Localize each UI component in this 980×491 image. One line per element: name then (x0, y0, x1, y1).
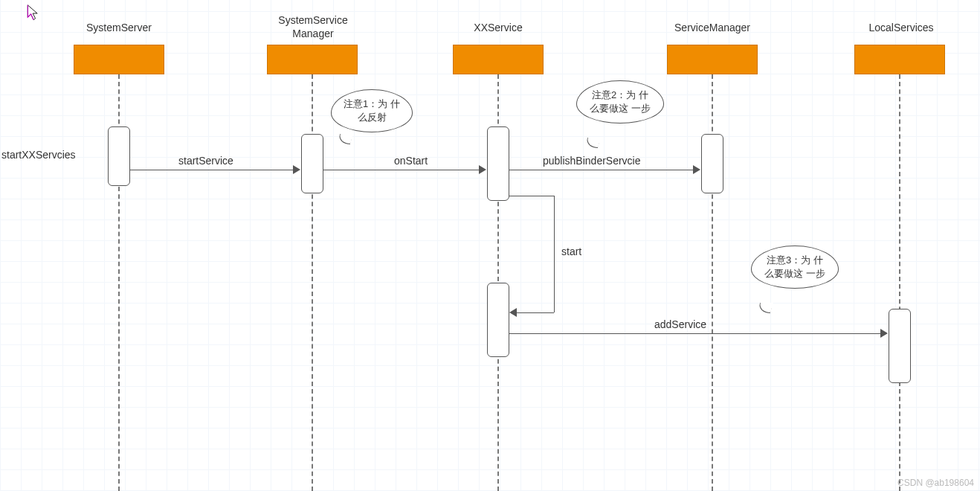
self-bottom (517, 312, 554, 313)
self-top (509, 196, 554, 196)
activation-ssm-1 (301, 134, 323, 193)
activation-xxservice-1 (487, 126, 509, 201)
arrow-line-m4 (509, 333, 883, 334)
cursor-icon (27, 4, 40, 22)
arrow-head-m3 (693, 165, 700, 174)
lane-head-localservices (854, 45, 945, 74)
lane-label-systemservicemanager: SystemService Manager (265, 13, 361, 40)
arrow-head-m1 (293, 165, 300, 174)
lane-head-servicemanager (667, 45, 758, 74)
lane-label-servicemanager: ServiceManager (668, 21, 757, 34)
lane-head-xxservice (453, 45, 544, 74)
msg-label-self: start (561, 246, 581, 257)
arrow-head-m2 (479, 165, 486, 174)
lifeline-localservices (899, 74, 900, 491)
msg-label-m2: onStart (394, 155, 428, 167)
note-tail-1 (337, 134, 353, 144)
note-tail-2 (584, 138, 601, 148)
watermark: CSDN @ab198604 (897, 478, 974, 488)
arrow-line-m2 (323, 170, 481, 170)
note-bubble-3: 注意3：为 什么要做这 一步 (751, 246, 839, 289)
lane-label-localservices: LocalServices (857, 21, 946, 34)
activation-xxservice-2 (487, 283, 509, 357)
activation-systemserver-1 (108, 126, 130, 186)
arrow-line-m1 (130, 170, 295, 170)
msg-label-m3: publishBinderServcie (543, 155, 641, 167)
msg-label-m4: addService (654, 318, 706, 330)
msg-incoming-label: startXXServcies (1, 149, 76, 161)
note-bubble-2: 注意2：为 什么要做这 一步 (576, 80, 664, 123)
activation-localservices-1 (889, 309, 911, 383)
lane-head-systemserver (74, 45, 164, 74)
note-tail-3 (757, 303, 773, 313)
arrow-line-m3 (509, 170, 695, 170)
self-arrow-head (509, 308, 517, 317)
activation-servicemanager-1 (701, 134, 723, 193)
msg-label-m1: startService (178, 155, 233, 167)
arrow-head-m4 (880, 329, 888, 338)
self-vert (554, 196, 555, 312)
note-bubble-1: 注意1：为 什么反射 (331, 89, 413, 132)
lane-label-systemserver: SystemServer (82, 21, 156, 34)
lane-label-xxservice: XXService (461, 21, 535, 34)
lane-head-systemservicemanager (267, 45, 358, 74)
